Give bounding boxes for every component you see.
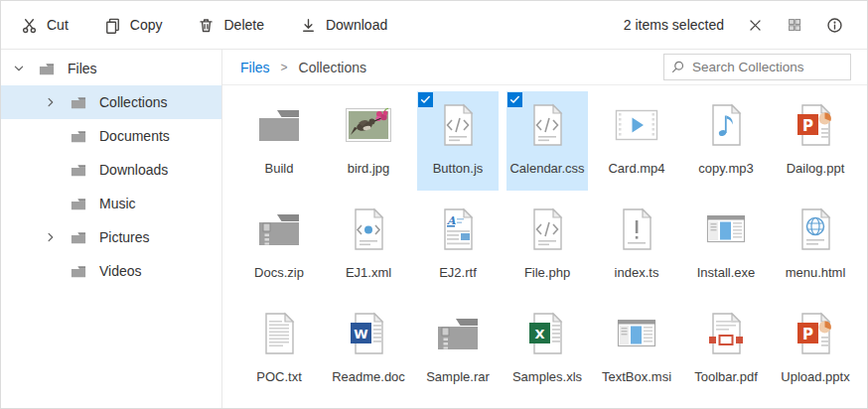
file-tile[interactable]: EJ2.rtf (417, 196, 499, 295)
sidebar-item-label: Files (68, 61, 97, 76)
file-tile[interactable]: Dailog.ppt (775, 91, 856, 191)
file-tile[interactable]: copy.mp3 (685, 91, 767, 191)
sidebar-item-label: Music (99, 196, 136, 211)
file-tile[interactable]: Samples.xls (506, 300, 588, 399)
download-label: Download (326, 17, 387, 33)
sidebar-item-videos[interactable]: Videos (1, 254, 221, 288)
file-tile[interactable]: Calendar.css (506, 91, 588, 191)
folder-icon (69, 162, 88, 179)
folder-icon (69, 196, 88, 212)
search-input[interactable] (692, 60, 844, 74)
sidebar-item-label: Downloads (99, 162, 168, 178)
file-tile[interactable]: Docs.zip (238, 196, 320, 295)
sidebar-item-music[interactable]: Music (1, 187, 221, 220)
cut-button[interactable]: Cut (21, 17, 69, 34)
xls-icon (523, 310, 571, 357)
file-name: EJ2.rtf (439, 265, 477, 280)
html-icon (792, 205, 839, 253)
file-name: Sample.rar (426, 369, 490, 384)
sidebar-item-label: Videos (99, 263, 142, 279)
info-icon (826, 17, 843, 34)
sidebar-item-downloads[interactable]: Downloads (1, 153, 221, 187)
folder-icon (69, 128, 88, 145)
file-tile[interactable]: Build (238, 91, 320, 191)
cut-icon (21, 17, 38, 34)
selection-status: 2 items selected (624, 17, 724, 33)
file-name: Button.js (433, 161, 484, 176)
clear-selection-button[interactable] (748, 18, 763, 33)
pdf-icon (702, 310, 750, 357)
image-icon (345, 101, 392, 149)
folder-icon (69, 229, 88, 246)
file-name: menu.html (786, 265, 846, 280)
file-tile[interactable]: Install.exe (685, 196, 767, 295)
chevron-right-icon (44, 95, 58, 109)
checkbox-checked-icon[interactable] (418, 92, 433, 107)
expander-icon[interactable] (43, 95, 59, 109)
copy-button[interactable]: Copy (104, 17, 163, 34)
file-tile[interactable]: index.ts (596, 196, 677, 295)
ppt-icon (792, 310, 839, 357)
file-name: Card.mp4 (608, 161, 664, 176)
path-bar: Files > Collections (222, 50, 867, 85)
code-icon (523, 101, 571, 149)
cut-label: Cut (47, 17, 69, 33)
folder-icon (69, 94, 88, 111)
file-tile[interactable]: Upload.pptx (775, 300, 856, 399)
expander-icon[interactable] (43, 230, 59, 244)
file-name: TextBox.msi (602, 369, 671, 384)
sidebar-item-pictures[interactable]: Pictures (1, 220, 221, 254)
breadcrumb-root[interactable]: Files (240, 60, 270, 75)
file-tile[interactable]: menu.html (775, 196, 856, 295)
file-tile[interactable]: Toolbar.pdf (685, 300, 767, 399)
file-name: copy.mp3 (698, 161, 753, 176)
expander-icon[interactable] (11, 62, 27, 75)
toolbar-right: 2 items selected (624, 17, 843, 34)
file-tile[interactable]: Readme.doc (328, 300, 409, 399)
folder-icon (37, 61, 57, 77)
xml-icon (345, 205, 392, 253)
delete-button[interactable]: Delete (198, 17, 263, 34)
folder-icon (69, 263, 88, 280)
file-name: bird.jpg (348, 161, 390, 176)
grid-view-icon (787, 17, 802, 33)
file-tile[interactable]: Card.mp4 (596, 91, 677, 191)
copy-label: Copy (130, 17, 163, 33)
ppt-icon (792, 101, 839, 149)
sidebar-item-files[interactable]: Files (1, 52, 221, 85)
sidebar-item-collections[interactable]: Collections (1, 85, 221, 119)
file-tile[interactable]: POC.txt (238, 300, 320, 399)
file-tile[interactable]: File.php (506, 196, 588, 295)
file-name: EJ1.xml (346, 265, 391, 280)
delete-label: Delete (223, 17, 263, 33)
file-name: index.ts (615, 265, 659, 280)
download-icon (300, 17, 317, 34)
file-tile[interactable]: TextBox.msi (596, 300, 677, 399)
details-button[interactable] (826, 17, 843, 34)
view-switch-button[interactable] (787, 17, 802, 33)
file-name: Dailog.ppt (787, 161, 845, 176)
zip-icon (434, 310, 482, 357)
video-icon (613, 101, 660, 149)
breadcrumb-current: Collections (299, 60, 366, 75)
app-icon (702, 205, 750, 253)
checkbox-checked-icon[interactable] (507, 92, 522, 107)
file-tile[interactable]: Sample.rar (417, 300, 499, 399)
toolbar: Cut Copy Delete Download 2 items selecte… (1, 1, 867, 50)
file-name: Docs.zip (254, 265, 304, 280)
copy-icon (104, 17, 121, 34)
file-name: Build (265, 161, 294, 176)
folder-icon (255, 101, 303, 149)
download-button[interactable]: Download (300, 17, 387, 34)
code-icon (434, 101, 482, 149)
file-tile[interactable]: bird.jpg (328, 91, 409, 191)
sidebar-tree: Files Collections Documents Downloads Mu… (1, 50, 222, 408)
file-manager: Cut Copy Delete Download 2 items selecte… (0, 0, 868, 409)
file-name: Readme.doc (332, 369, 405, 384)
chevron-right-icon (44, 230, 58, 244)
sidebar-item-label: Documents (99, 128, 170, 144)
file-tile[interactable]: EJ1.xml (328, 196, 409, 295)
file-tile[interactable]: Button.js (417, 91, 499, 191)
chevron-down-icon (12, 62, 26, 75)
sidebar-item-documents[interactable]: Documents (1, 119, 221, 153)
